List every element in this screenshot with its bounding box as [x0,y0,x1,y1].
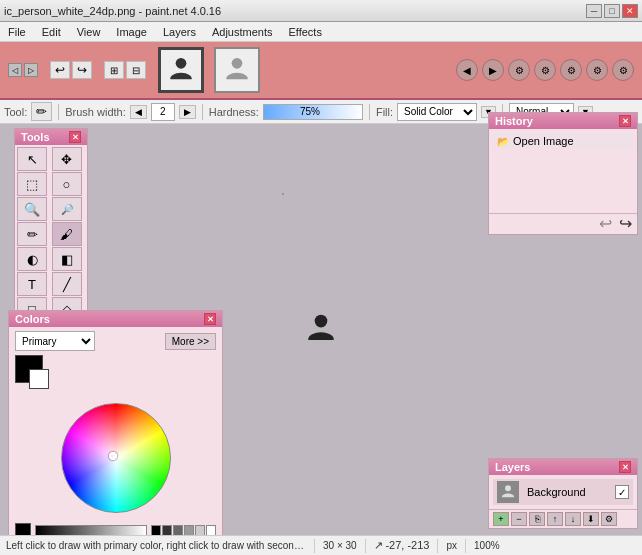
tool-ellipse[interactable]: ○ [52,172,82,196]
layers-panel-close[interactable]: ✕ [619,461,631,473]
fill-label: Fill: [376,106,393,118]
grid-button[interactable]: ⊞ [104,61,124,79]
tool-brush[interactable]: 🖌 [52,222,82,246]
tool-fill[interactable]: ◐ [17,247,47,271]
menu-image[interactable]: Image [112,25,151,39]
redo-button[interactable]: ↪ [72,61,92,79]
nav-forward-button[interactable]: ▷ [24,63,38,77]
tool-zoom-out[interactable]: 🔎 [52,197,82,221]
tools-panel-title: Tools [21,131,50,143]
view-button[interactable]: ⊟ [126,61,146,79]
canvas-person-svg [302,310,340,348]
layers-footer: + − ⎘ ↑ ↓ ⬇ ⚙ [489,509,637,528]
layers-panel-wrapper: Layers ✕ Background ✓ + − ⎘ ↑ ↓ ⬇ ⚙ [484,454,642,533]
layer-visibility-checkbox[interactable]: ✓ [615,485,629,499]
color-swatch-wrapper[interactable] [15,355,55,395]
menu-adjustments[interactable]: Adjustments [208,25,277,39]
menu-view[interactable]: View [73,25,105,39]
color-cursor [109,452,117,460]
fill-select[interactable]: Solid Color [397,103,477,121]
history-panel-close[interactable]: ✕ [619,115,631,127]
top-nav-icons: ◀ ▶ ⚙ ⚙ ⚙ ⚙ ⚙ [456,59,634,81]
status-text: Left click to draw with primary color, r… [6,540,306,551]
nav-circle-2[interactable]: ▶ [482,59,504,81]
history-redo-button[interactable]: ↪ [617,216,633,232]
color-wheel[interactable] [61,403,171,513]
menu-file[interactable]: File [4,25,30,39]
more-colors-button[interactable]: More >> [165,333,216,350]
brush-down-button[interactable]: ◀ [130,105,147,119]
cursor-coords: ↗ -27, -213 [374,539,430,552]
nav-back-button[interactable]: ◁ [8,63,22,77]
canvas-content [302,310,340,350]
layer-down-button[interactable]: ↓ [565,512,581,526]
history-footer: ↩ ↪ [489,213,637,234]
color-wheel-container[interactable] [9,399,222,521]
nav-circle-5[interactable]: ⚙ [560,59,582,81]
layer-up-button[interactable]: ↑ [547,512,563,526]
thumbnail-inactive[interactable] [214,47,260,93]
tool-lasso[interactable]: ⬚ [17,172,47,196]
close-button[interactable]: ✕ [622,4,638,18]
tool-pencil[interactable]: ✏ [17,222,47,246]
menu-effects[interactable]: Effects [285,25,326,39]
layer-name: Background [523,486,611,498]
separator-1 [58,104,59,120]
nav-circle-4[interactable]: ⚙ [534,59,556,81]
layer-merge-button[interactable]: ⬇ [583,512,599,526]
nav-circle-1[interactable]: ◀ [456,59,478,81]
colors-panel-close[interactable]: ✕ [204,313,216,325]
tool-line[interactable]: ╱ [52,272,82,296]
nav-circle-3[interactable]: ⚙ [508,59,530,81]
layer-delete-button[interactable]: − [511,512,527,526]
tool-gradient[interactable]: ◧ [52,247,82,271]
thumbnail-active[interactable] [158,47,204,93]
colors-panel-header: Colors ✕ [9,311,222,327]
tool-zoom-in[interactable]: 🔍 [17,197,47,221]
layer-duplicate-button[interactable]: ⎘ [529,512,545,526]
menu-edit[interactable]: Edit [38,25,65,39]
undo-arrow-icon: ↩ [599,216,612,232]
color-mode-select[interactable]: Primary [15,331,95,351]
history-spacer [493,149,633,209]
hardness-label: Hardness: [209,106,259,118]
coords-arrow: ↗ [374,539,383,551]
svg-point-0 [176,58,187,69]
colors-panel-title: Colors [15,313,50,325]
tool-select[interactable]: ↖ [17,147,47,171]
nav-circle-7[interactable]: ⚙ [612,59,634,81]
nav-circle-6[interactable]: ⚙ [586,59,608,81]
brush-up-button[interactable]: ▶ [179,105,196,119]
layer-settings-button[interactable]: ⚙ [601,512,617,526]
window-controls[interactable]: ─ □ ✕ [586,4,638,18]
brush-width-label: Brush width: [65,106,126,118]
svg-point-1 [232,58,243,69]
secondary-color-swatch[interactable] [29,369,49,389]
history-open-icon: 📂 [497,136,509,147]
color-swatches [9,355,222,399]
current-tool-display[interactable]: ✏ [31,102,52,121]
hardness-bar-container[interactable]: 75% [263,104,363,120]
layer-add-button[interactable]: + [493,512,509,526]
history-item-open-image[interactable]: 📂 Open Image [493,133,633,149]
layer-thumb-svg [499,483,517,501]
status-sep-3 [437,539,438,553]
menu-layers[interactable]: Layers [159,25,200,39]
history-panel-content: 📂 Open Image [489,129,637,213]
tool-move[interactable]: ✥ [52,147,82,171]
tools-panel-close[interactable]: ✕ [69,131,81,143]
tool-text[interactable]: T [17,272,47,296]
layer-background[interactable]: Background ✓ [493,479,633,505]
hardness-bar: 75% [263,104,363,120]
layers-panel: Layers ✕ Background ✓ + − ⎘ ↑ ↓ ⬇ ⚙ [488,458,638,529]
undo-button[interactable]: ↩ [50,61,70,79]
history-item-label: Open Image [513,135,574,147]
brush-size-input[interactable]: 2 [151,103,175,121]
redo-arrow-icon: ↪ [619,216,632,232]
minimize-button[interactable]: ─ [586,4,602,18]
tools-panel-header: Tools ✕ [15,129,87,145]
zoom-level: 100% [474,540,500,551]
history-undo-button[interactable]: ↩ [597,216,613,232]
separator-2 [202,104,203,120]
maximize-button[interactable]: □ [604,4,620,18]
